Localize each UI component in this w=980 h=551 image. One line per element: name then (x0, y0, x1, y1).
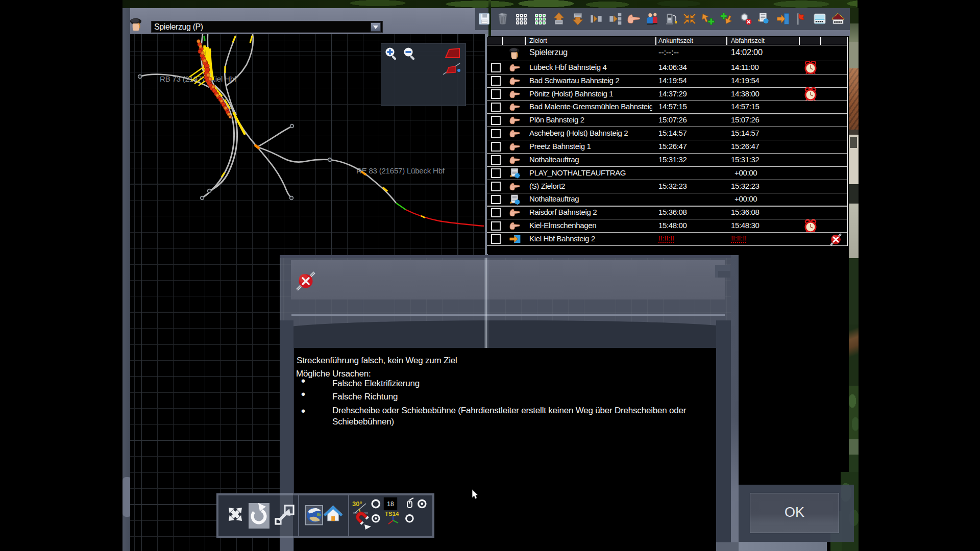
svg-text:18: 18 (387, 500, 394, 508)
svg-text:TS14: TS14 (385, 511, 399, 517)
svg-text:30°: 30° (352, 500, 362, 508)
